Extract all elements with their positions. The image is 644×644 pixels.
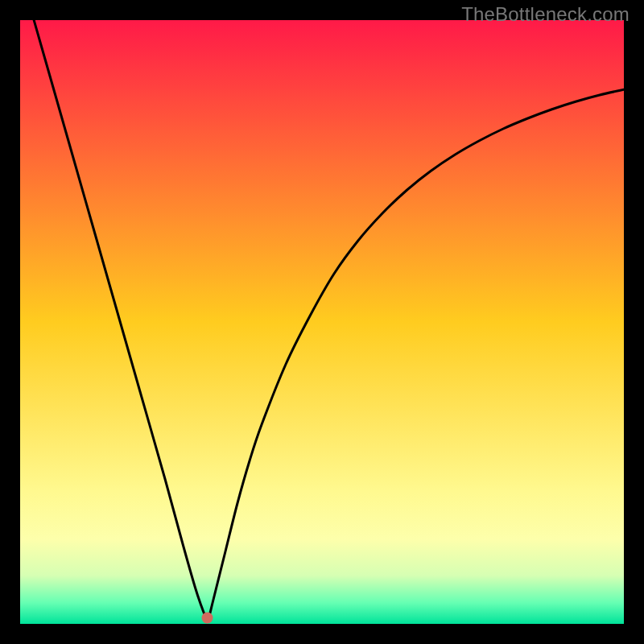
- chart-svg: [20, 20, 624, 624]
- watermark-text: TheBottleneck.com: [461, 3, 630, 26]
- chart-frame: TheBottleneck.com: [0, 0, 644, 644]
- plot-area: [20, 20, 624, 624]
- optimum-marker: [202, 613, 213, 624]
- gradient-background: [20, 20, 624, 624]
